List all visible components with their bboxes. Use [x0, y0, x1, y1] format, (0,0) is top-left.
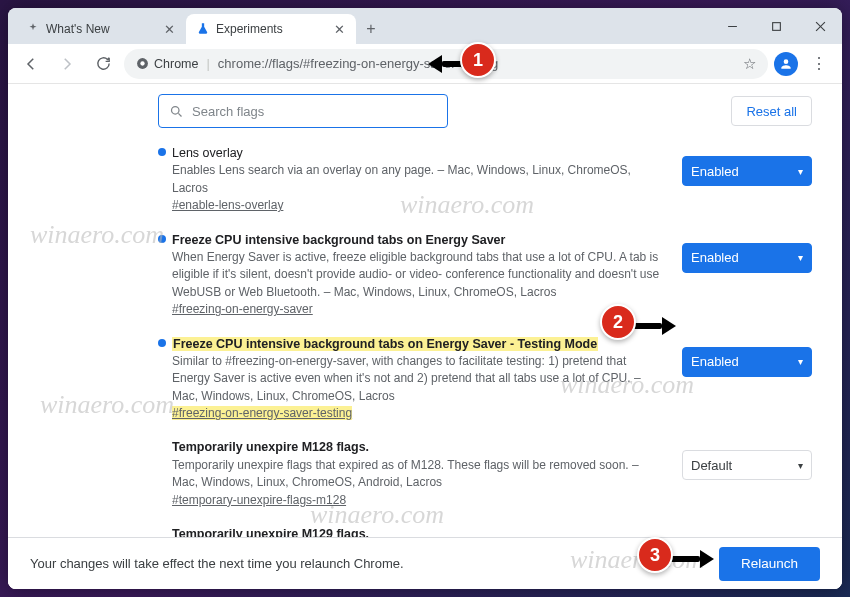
top-controls: Search flags Reset all	[158, 94, 812, 128]
search-icon	[169, 104, 184, 119]
svg-point-5	[140, 61, 144, 65]
tab-whats-new[interactable]: What's New ✕	[16, 14, 186, 44]
callout-3: 3	[637, 537, 673, 573]
select-value: Enabled	[691, 354, 739, 369]
close-window-button[interactable]	[798, 8, 842, 44]
minimize-button[interactable]	[710, 8, 754, 44]
flag-state-select[interactable]: Enabled▾	[682, 156, 812, 186]
separator: |	[206, 56, 209, 71]
tab-strip: What's New ✕ Experiments ✕ +	[8, 8, 710, 44]
flag-row: Lens overlayEnables Lens search via an o…	[158, 138, 812, 225]
svg-rect-1	[772, 22, 780, 30]
callout-1: 1	[460, 42, 496, 78]
flag-text: Temporarily unexpire M128 flags.Temporar…	[158, 438, 664, 509]
flag-text: Freeze CPU intensive background tabs on …	[158, 335, 664, 423]
tab-experiments[interactable]: Experiments ✕	[186, 14, 356, 44]
select-value: Enabled	[691, 250, 739, 265]
flag-description: Similar to #freezing-on-energy-saver, wi…	[172, 354, 641, 403]
svg-point-6	[172, 106, 180, 114]
flag-text: Freeze CPU intensive background tabs on …	[158, 231, 664, 319]
flag-anchor-link[interactable]: #freezing-on-energy-saver-testing	[172, 406, 352, 420]
chevron-down-icon: ▾	[798, 166, 803, 177]
close-icon[interactable]: ✕	[332, 22, 346, 36]
reload-button[interactable]	[88, 49, 118, 79]
select-value: Default	[691, 458, 732, 473]
chrome-icon	[136, 57, 149, 70]
chevron-down-icon: ▾	[798, 460, 803, 471]
forward-button[interactable]	[52, 49, 82, 79]
relaunch-bar: Your changes will take effect the next t…	[8, 537, 842, 589]
maximize-button[interactable]	[754, 8, 798, 44]
select-value: Enabled	[691, 164, 739, 179]
flag-anchor-link[interactable]: #temporary-unexpire-flags-m128	[172, 493, 346, 507]
chevron-down-icon: ▾	[798, 356, 803, 367]
modified-dot-icon	[158, 235, 166, 243]
bookmark-star-icon[interactable]: ☆	[743, 55, 756, 73]
profile-avatar[interactable]	[774, 52, 798, 76]
omnibox-chip: Chrome	[136, 57, 198, 71]
flag-title: Temporarily unexpire M128 flags.	[172, 440, 369, 454]
flag-description: Enables Lens search via an overlay on an…	[172, 163, 631, 194]
reset-all-button[interactable]: Reset all	[731, 96, 812, 126]
search-input[interactable]: Search flags	[158, 94, 448, 128]
tab-title: What's New	[46, 22, 110, 36]
window-controls	[710, 8, 842, 44]
modified-dot-icon	[158, 339, 166, 347]
page-content: Search flags Reset all Lens overlayEnabl…	[8, 84, 842, 589]
flask-icon	[196, 22, 210, 36]
close-icon[interactable]: ✕	[162, 22, 176, 36]
chrome-window: What's New ✕ Experiments ✕ + Chro	[8, 8, 842, 589]
flag-row: Freeze CPU intensive background tabs on …	[158, 329, 812, 433]
omnibox-chip-label: Chrome	[154, 57, 198, 71]
callout-2: 2	[600, 304, 636, 340]
flag-title: Lens overlay	[172, 146, 243, 160]
chevron-down-icon: ▾	[798, 252, 803, 263]
sparkle-icon	[26, 22, 40, 36]
flag-description: Temporarily unexpire flags that expired …	[172, 458, 639, 489]
flag-state-select[interactable]: Enabled▾	[682, 243, 812, 273]
flag-row: Freeze CPU intensive background tabs on …	[158, 225, 812, 329]
tab-title: Experiments	[216, 22, 283, 36]
flag-text: Lens overlayEnables Lens search via an o…	[158, 144, 664, 215]
search-placeholder: Search flags	[192, 104, 264, 119]
menu-button[interactable]: ⋮	[804, 54, 834, 73]
flag-state-select[interactable]: Enabled▾	[682, 347, 812, 377]
flag-description: When Energy Saver is active, freeze elig…	[172, 250, 659, 299]
flag-anchor-link[interactable]: #enable-lens-overlay	[172, 198, 283, 212]
flag-row: Temporarily unexpire M128 flags.Temporar…	[158, 432, 812, 519]
modified-dot-icon	[158, 148, 166, 156]
relaunch-button[interactable]: Relaunch	[719, 547, 820, 581]
new-tab-button[interactable]: +	[358, 16, 384, 42]
relaunch-message: Your changes will take effect the next t…	[30, 556, 404, 571]
flag-title: Freeze CPU intensive background tabs on …	[172, 337, 598, 351]
toolbar: Chrome | chrome://flags/#freezing-on-ene…	[8, 44, 842, 84]
titlebar: What's New ✕ Experiments ✕ +	[8, 8, 842, 44]
flag-state-select[interactable]: Default▾	[682, 450, 812, 480]
flag-title: Freeze CPU intensive background tabs on …	[172, 233, 505, 247]
back-button[interactable]	[16, 49, 46, 79]
flag-anchor-link[interactable]: #freezing-on-energy-saver	[172, 302, 313, 316]
svg-line-7	[178, 113, 181, 116]
